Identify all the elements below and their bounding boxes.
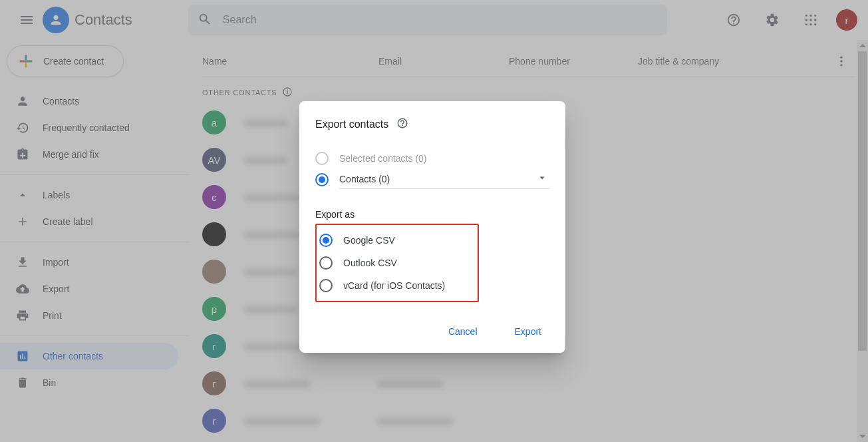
format-label: Outlook CSV xyxy=(343,258,397,268)
export-dialog: Export contacts Selected contacts (0) Co… xyxy=(299,101,565,353)
chevron-down-icon xyxy=(536,172,548,186)
dialog-title: Export contacts xyxy=(315,118,388,130)
radio-icon[interactable] xyxy=(319,256,333,270)
format-outlook-csv[interactable]: Outlook CSV xyxy=(319,252,475,274)
format-vcard[interactable]: vCard (for iOS Contacts) xyxy=(319,274,475,297)
help-icon[interactable] xyxy=(396,117,408,132)
option-all-contacts[interactable]: Contacts (0) xyxy=(315,169,549,190)
format-label: Google CSV xyxy=(343,235,395,246)
option-selected-contacts: Selected contacts (0) xyxy=(315,148,549,169)
radio-icon[interactable] xyxy=(319,279,333,292)
radio-icon[interactable] xyxy=(315,173,329,186)
option-label: Contacts (0) xyxy=(339,174,390,184)
contacts-dropdown[interactable]: Contacts (0) xyxy=(339,170,549,189)
option-label: Selected contacts (0) xyxy=(339,153,427,164)
format-label: vCard (for iOS Contacts) xyxy=(343,280,445,291)
format-google-csv[interactable]: Google CSV xyxy=(319,229,475,252)
radio-icon xyxy=(315,152,329,165)
export-button[interactable]: Export xyxy=(507,321,549,342)
cancel-button[interactable]: Cancel xyxy=(440,321,486,342)
export-as-label: Export as xyxy=(315,209,549,220)
radio-icon[interactable] xyxy=(319,234,333,247)
format-options-highlight: Google CSV Outlook CSV vCard (for iOS Co… xyxy=(315,224,479,302)
